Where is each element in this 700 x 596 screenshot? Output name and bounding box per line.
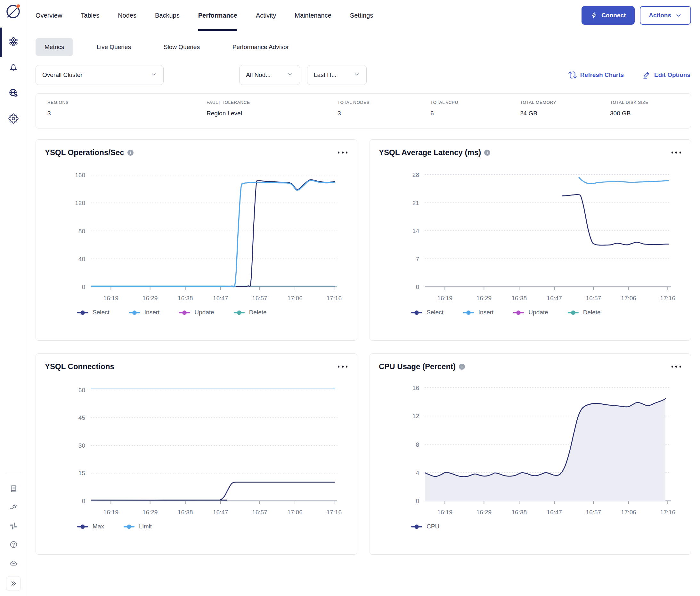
chart-menu-button[interactable] (671, 364, 682, 369)
chevron-down-icon (287, 71, 293, 79)
svg-text:17:06: 17:06 (287, 295, 303, 301)
yugabyte-logo-icon (5, 3, 22, 20)
sidebar-item-help-icon[interactable] (0, 536, 27, 554)
svg-text:16:19: 16:19 (437, 295, 452, 301)
legend-marker-icon (567, 310, 579, 315)
top-navigation: OverviewTablesNodesBackupsPerformanceAct… (27, 0, 700, 31)
refresh-charts-link[interactable]: Refresh Charts (568, 71, 624, 79)
svg-text:16:38: 16:38 (178, 509, 193, 516)
legend-item-update: Update (513, 309, 548, 316)
tab-overview[interactable]: Overview (35, 0, 62, 31)
tab-nodes[interactable]: Nodes (118, 0, 136, 31)
sidebar-item-cloud-status-icon[interactable] (0, 554, 27, 573)
edit-options-link[interactable]: Edit Options (642, 71, 691, 79)
sidebar-item-cluster-icon[interactable] (0, 29, 27, 55)
chart-title: YSQL Operations/Sec (45, 148, 124, 157)
chart-plot: 01530456016:1916:2916:3816:4716:5717:061… (45, 374, 348, 518)
sidebar-item-gear-icon[interactable] (0, 106, 27, 132)
chart-title: YSQL Average Latency (ms) (379, 148, 481, 157)
svg-text:60: 60 (78, 387, 85, 394)
svg-text:40: 40 (78, 256, 85, 263)
sidebar-expand-button[interactable] (6, 576, 21, 591)
stat-total-disk-size: TOTAL DISK SIZE 300 GB (610, 100, 691, 128)
svg-text:16:57: 16:57 (586, 509, 601, 516)
tab-settings[interactable]: Settings (350, 0, 373, 31)
tab-backups[interactable]: Backups (155, 0, 180, 31)
pencil-icon (642, 71, 651, 79)
help-icon (9, 540, 18, 550)
svg-text:0: 0 (416, 498, 419, 504)
legend-marker-icon (233, 310, 245, 315)
svg-text:80: 80 (78, 228, 85, 234)
svg-text:120: 120 (75, 200, 85, 206)
stat-label: REGIONS (47, 100, 207, 105)
legend-item-insert: Insert (129, 309, 160, 316)
sidebar-divider (6, 473, 21, 473)
svg-text:7: 7 (416, 256, 419, 263)
stat-label: TOTAL DISK SIZE (610, 100, 691, 105)
connect-button[interactable]: Connect (581, 6, 635, 25)
sidebar-item-bell-icon[interactable] (0, 55, 27, 81)
svg-text:16:19: 16:19 (437, 509, 452, 516)
svg-text:17:16: 17:16 (326, 509, 342, 516)
subtab-live-queries[interactable]: Live Queries (88, 38, 140, 56)
chart-legend: Select Insert Update Delete (379, 309, 682, 316)
cluster-stats-card: REGIONS 3FAULT TOLERANCE Region LevelTOT… (35, 93, 691, 128)
svg-text:17:16: 17:16 (660, 295, 675, 301)
svg-text:16:29: 16:29 (476, 509, 492, 516)
info-icon[interactable]: i (127, 150, 133, 156)
svg-text:17:06: 17:06 (621, 295, 636, 301)
legend-item-insert: Insert (463, 309, 494, 316)
svg-text:17:16: 17:16 (326, 295, 342, 301)
subtab-performance-advisor[interactable]: Performance Advisor (224, 38, 298, 56)
legend-marker-icon (123, 524, 135, 529)
stat-total-nodes: TOTAL NODES 3 (338, 100, 431, 128)
legend-item-delete: Delete (233, 309, 267, 316)
svg-text:15: 15 (78, 470, 85, 476)
tab-maintenance[interactable]: Maintenance (294, 0, 331, 31)
svg-text:17:06: 17:06 (287, 509, 303, 516)
cluster-select[interactable]: Overall Cluster (35, 65, 164, 85)
svg-text:16:47: 16:47 (547, 509, 562, 516)
actions-button[interactable]: Actions (640, 6, 691, 25)
stat-label: TOTAL NODES (338, 100, 431, 105)
chart-plot: 0714212816:1916:2916:3816:4716:5717:0617… (379, 160, 682, 304)
sidebar-item-globe-gear-icon[interactable] (0, 81, 27, 106)
refresh-icon (568, 71, 577, 79)
sidebar-item-slack-icon[interactable] (0, 517, 27, 536)
charts-grid: YSQL Operations/Seci 0408012016016:1916:… (35, 140, 691, 555)
lightning-icon (591, 12, 598, 19)
chart-menu-button[interactable] (337, 364, 348, 369)
info-icon[interactable]: i (459, 364, 465, 370)
svg-text:16:19: 16:19 (103, 295, 119, 301)
svg-text:16:38: 16:38 (178, 295, 193, 301)
svg-text:0: 0 (416, 283, 419, 290)
filter-row: Overall Cluster All Nod... Last H... (27, 60, 700, 93)
stat-fault-tolerance: FAULT TOLERANCE Region Level (207, 100, 338, 128)
sidebar-bottom (0, 473, 27, 591)
metrics-subtabs: MetricsLive QueriesSlow QueriesPerforman… (27, 31, 700, 60)
svg-text:0: 0 (82, 283, 85, 290)
legend-marker-icon (411, 310, 422, 315)
time-range-select[interactable]: Last H... (307, 65, 367, 85)
chevron-down-icon (151, 71, 157, 79)
sidebar-item-docs-icon[interactable] (0, 480, 27, 499)
svg-text:16:38: 16:38 (511, 509, 527, 516)
subtab-metrics[interactable]: Metrics (35, 38, 73, 56)
tab-performance[interactable]: Performance (198, 0, 237, 31)
nodes-select[interactable]: All Nod... (239, 65, 300, 85)
sidebar-item-plug-icon[interactable] (0, 499, 27, 517)
legend-item-cpu: CPU (411, 523, 439, 530)
info-icon[interactable]: i (484, 150, 490, 156)
svg-text:4: 4 (416, 469, 419, 476)
svg-text:21: 21 (412, 200, 419, 206)
stat-label: TOTAL vCPU (431, 100, 520, 105)
tab-tables[interactable]: Tables (81, 0, 99, 31)
chart-menu-button[interactable] (337, 150, 348, 155)
svg-text:16:47: 16:47 (213, 295, 228, 301)
chart-menu-button[interactable] (671, 150, 682, 155)
legend-item-max: Max (77, 523, 104, 530)
subtab-slow-queries[interactable]: Slow Queries (155, 38, 209, 56)
stat-value: 3 (338, 110, 431, 117)
tab-activity[interactable]: Activity (256, 0, 276, 31)
